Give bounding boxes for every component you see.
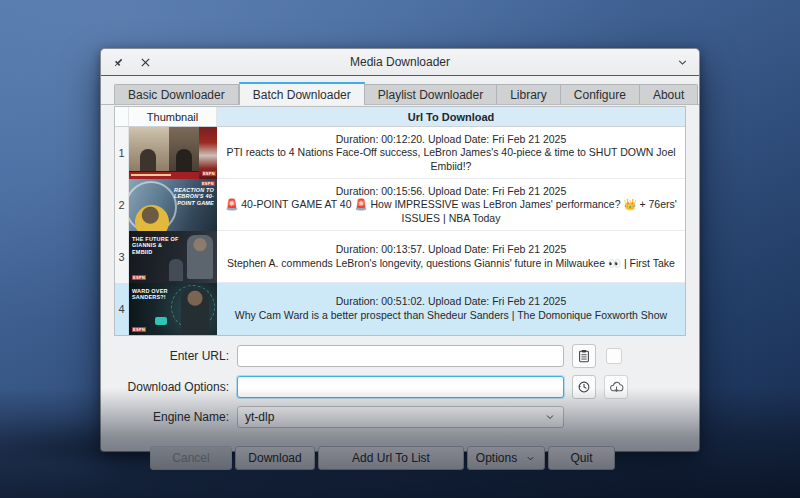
download-defaults-button[interactable] xyxy=(604,375,628,399)
action-button-row: Cancel Download Add Url To List Options … xyxy=(114,446,686,470)
video-entry: Duration: 00:15:56. Upload Date: Fri Feb… xyxy=(217,179,685,231)
tab-configure[interactable]: Configure xyxy=(561,84,640,104)
table-row[interactable]: 2 Reaction to LeBron's 40-Point Game ESP… xyxy=(115,179,685,231)
tab-bar: Basic Downloader Batch Downloader Playli… xyxy=(101,76,699,105)
video-entry: Duration: 00:13:57. Upload Date: Fri Feb… xyxy=(217,231,685,283)
row-number: 3 xyxy=(115,231,129,283)
cloud-download-icon xyxy=(609,380,624,395)
download-options-label: Download Options: xyxy=(114,380,229,394)
url-option-checkbox[interactable] xyxy=(606,348,622,364)
window-title: Media Downloader xyxy=(101,55,699,69)
close-icon[interactable] xyxy=(138,55,152,69)
thumbnail-caption: The Future of Giannis & Embiid xyxy=(132,236,184,255)
paste-clipboard-button[interactable] xyxy=(572,344,596,368)
video-meta: Duration: 00:15:56. Upload Date: Fri Feb… xyxy=(225,185,677,199)
tab-library[interactable]: Library xyxy=(497,84,561,104)
video-entry: Duration: 00:51:02. Upload Date: Fri Feb… xyxy=(217,283,685,335)
options-button[interactable]: Options xyxy=(467,446,545,470)
video-meta: Duration: 00:12:20. Upload Date: Fri Feb… xyxy=(225,133,677,147)
tab-about[interactable]: About xyxy=(640,84,698,104)
video-meta: Duration: 00:51:02. Upload Date: Fri Feb… xyxy=(225,295,677,309)
clipboard-icon xyxy=(577,349,591,363)
video-title: 🚨 40-POINT GAME AT 40 🚨 How IMPRESSIVE w… xyxy=(225,198,677,225)
table-header-row: Thumbnail Url To Download xyxy=(115,107,685,127)
clock-history-icon xyxy=(577,380,591,394)
column-header-thumbnail: Thumbnail xyxy=(129,107,217,126)
column-header-url: Url To Download xyxy=(217,107,685,126)
row-number: 4 xyxy=(115,283,129,335)
batch-downloader-page: Thumbnail Url To Download 1 ESPN xyxy=(101,105,699,480)
chevron-down-icon[interactable] xyxy=(675,55,689,69)
enter-url-label: Enter URL: xyxy=(114,349,229,363)
row-number: 1 xyxy=(115,127,129,179)
chevron-down-icon xyxy=(544,411,556,423)
download-form: Enter URL: Download Options: xyxy=(114,344,686,435)
download-options-input[interactable] xyxy=(237,376,564,398)
download-list-table: Thumbnail Url To Download 1 ESPN xyxy=(114,106,686,336)
options-history-button[interactable] xyxy=(572,375,596,399)
espn-logo: ESPN xyxy=(201,181,215,186)
engine-name-label: Engine Name: xyxy=(114,410,229,424)
thumbnail-caption: Reaction to LeBron's 40-Point Game xyxy=(162,187,214,206)
espn-logo: ESPN xyxy=(202,171,216,176)
tab-playlist-downloader[interactable]: Playlist Downloader xyxy=(365,84,497,104)
thumbnail-image: The Future of Giannis & Embiid ESPN xyxy=(129,231,217,283)
pin-icon[interactable] xyxy=(111,55,125,69)
table-row[interactable]: 1 ESPN Duration: 00:12:20. Upload Date: … xyxy=(115,127,685,179)
desktop-background: Media Downloader Basic Downloader Batch … xyxy=(0,0,800,498)
thumbnail-caption: Ward over Sanders?! xyxy=(132,288,178,301)
video-title: Why Cam Ward is a better prospect than S… xyxy=(225,309,677,323)
thumbnail-image: Ward over Sanders?! ESPN xyxy=(129,283,217,335)
chevron-down-icon xyxy=(525,453,536,464)
engine-selected-value: yt-dlp xyxy=(245,410,274,424)
video-entry: Duration: 00:12:20. Upload Date: Fri Feb… xyxy=(217,127,685,179)
espn-logo: ESPN xyxy=(132,327,146,332)
tab-basic-downloader[interactable]: Basic Downloader xyxy=(114,84,239,104)
app-window: Media Downloader Basic Downloader Batch … xyxy=(100,48,700,452)
download-button[interactable]: Download xyxy=(235,446,315,470)
video-title: Stephen A. commends LeBron's longevity, … xyxy=(225,257,677,271)
espn-logo: ESPN xyxy=(132,275,146,280)
thumbnail-image: Reaction to LeBron's 40-Point Game ESPN xyxy=(129,179,217,231)
video-meta: Duration: 00:13:57. Upload Date: Fri Feb… xyxy=(225,243,677,257)
engine-select[interactable]: yt-dlp xyxy=(237,406,564,428)
add-url-to-list-button[interactable]: Add Url To List xyxy=(318,446,464,470)
tab-batch-downloader[interactable]: Batch Downloader xyxy=(239,82,365,105)
cancel-button[interactable]: Cancel xyxy=(150,446,232,470)
table-row[interactable]: 3 The Future of Giannis & Embiid ESPN Du… xyxy=(115,231,685,283)
table-row-selected[interactable]: 4 Ward over Sanders?! ESPN Duration: 00:… xyxy=(115,283,685,335)
video-title: PTI reacts to 4 Nations Face-Off success… xyxy=(225,146,677,173)
url-input[interactable] xyxy=(237,345,564,367)
quit-button[interactable]: Quit xyxy=(548,446,615,470)
titlebar[interactable]: Media Downloader xyxy=(101,49,699,76)
table-corner-cell xyxy=(115,107,129,126)
row-number: 2 xyxy=(115,179,129,231)
thumbnail-image: ESPN xyxy=(129,127,217,179)
